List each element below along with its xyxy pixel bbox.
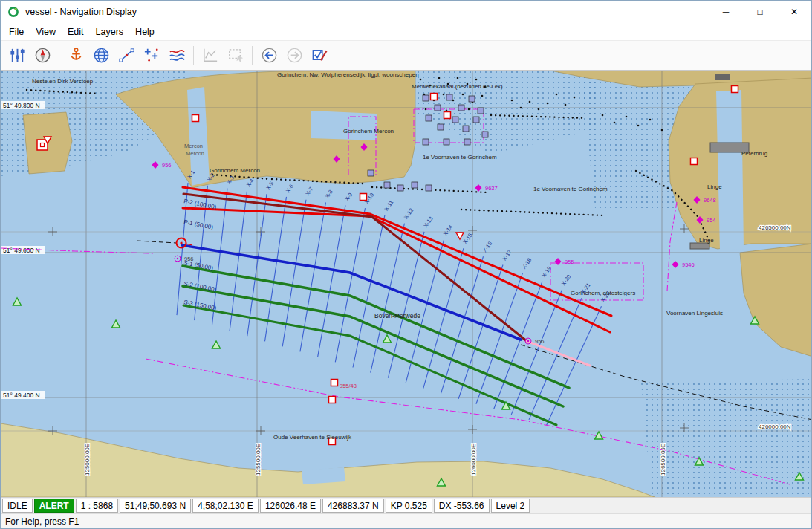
building-square bbox=[469, 96, 475, 102]
grid-easting-label: 125500.00E bbox=[255, 444, 262, 476]
status-mode: IDLE bbox=[2, 499, 33, 513]
building-square bbox=[426, 115, 432, 121]
building-square bbox=[384, 182, 390, 188]
menu-item-view[interactable]: View bbox=[30, 25, 62, 39]
menu-item-edit[interactable]: Edit bbox=[62, 25, 90, 39]
chart-view: 125000.00E125500.00E126000.00E126500.00E… bbox=[1, 71, 812, 497]
nav-forward-button[interactable] bbox=[282, 45, 307, 67]
building-square bbox=[412, 182, 418, 188]
chart-canvas[interactable]: 125000.00E125500.00E126000.00E126500.00E… bbox=[1, 71, 812, 497]
marker-magenta-diamond: 954 bbox=[697, 216, 716, 224]
marker-label: 956 bbox=[535, 338, 545, 345]
building-square bbox=[397, 185, 403, 191]
globe-icon bbox=[92, 46, 111, 65]
compass-icon bbox=[33, 46, 52, 65]
toolbar-separator bbox=[252, 46, 253, 65]
currents-icon bbox=[168, 46, 186, 65]
compass-button[interactable] bbox=[30, 45, 55, 67]
building-square bbox=[423, 95, 429, 101]
minimize-button[interactable]: ─ bbox=[709, 1, 743, 23]
nav-forward-icon bbox=[285, 46, 304, 65]
marker-label: 9648 bbox=[704, 197, 716, 204]
title-bar: vessel - Navigation Display ─ □ ✕ bbox=[1, 1, 811, 23]
map-label: Merwedekanaal (bezuiden de Lek) bbox=[412, 83, 503, 90]
close-button[interactable]: ✕ bbox=[777, 1, 811, 23]
globe-button[interactable] bbox=[88, 45, 114, 67]
status-northing: 426883.37 N bbox=[322, 499, 384, 513]
grid-latitude-label: 51° 49.600 N bbox=[3, 247, 40, 254]
currents-button[interactable] bbox=[164, 45, 189, 67]
display-settings-button[interactable] bbox=[4, 45, 30, 67]
verify-edit-button[interactable] bbox=[307, 45, 332, 67]
building-square bbox=[438, 124, 444, 130]
toolbar-separator bbox=[59, 46, 59, 65]
menu-bar: FileViewEditLayersHelp bbox=[1, 23, 811, 40]
grid-easting-label: 125000.00E bbox=[84, 444, 91, 476]
toolbar bbox=[1, 40, 811, 71]
nav-back-button[interactable] bbox=[256, 45, 282, 67]
window-title: vessel - Navigation Display bbox=[25, 7, 137, 17]
points-tool-button[interactable] bbox=[139, 45, 164, 67]
help-text: For Help, press F1 bbox=[5, 516, 79, 527]
marker-label: 955/48 bbox=[340, 383, 357, 389]
line-tool-icon bbox=[117, 46, 136, 65]
grid-easting-label: 126000.00E bbox=[470, 444, 477, 476]
building-square bbox=[478, 108, 484, 114]
maximize-button[interactable]: □ bbox=[743, 1, 777, 23]
building-square bbox=[482, 132, 488, 137]
building-square bbox=[463, 126, 469, 132]
status-kp: KP 0.525 bbox=[386, 499, 432, 513]
menu-item-help[interactable]: Help bbox=[129, 25, 160, 39]
area-select-icon bbox=[227, 46, 245, 65]
building-square bbox=[426, 185, 432, 191]
map-label: Gorinchem, Nw. Wolpherensedijk, ligpl. w… bbox=[277, 71, 419, 78]
map-label: 1e Voornaven te Gorinchem bbox=[423, 154, 497, 160]
area-select-button[interactable] bbox=[223, 45, 248, 67]
map-label: Linge bbox=[707, 184, 722, 190]
marker-red-square bbox=[431, 94, 438, 100]
grid-northing-label: 426500.00N bbox=[759, 224, 791, 231]
plumb-button[interactable] bbox=[63, 45, 88, 67]
marker-red-square bbox=[360, 194, 367, 201]
map-label: 1e Voornaven te Gorinchem bbox=[533, 186, 608, 192]
map-label: Boven-Merwede bbox=[374, 312, 420, 319]
marker-red-square bbox=[192, 115, 199, 122]
marker-magenta-diamond: 9637 bbox=[475, 184, 498, 192]
toolbar-separator bbox=[193, 46, 194, 65]
building-square bbox=[435, 105, 441, 111]
status-dx: DX -553.66 bbox=[434, 499, 490, 513]
verify-edit-icon bbox=[311, 46, 329, 65]
marker-red-square bbox=[732, 86, 738, 93]
profile-chart-icon bbox=[201, 46, 220, 65]
grid-easting-label: 126500.00E bbox=[660, 444, 666, 476]
map-label: Oude Veerhaven te Sleeuwijk bbox=[273, 434, 352, 441]
status-longitude: 4;58;02.130 E bbox=[192, 499, 259, 513]
building-square bbox=[452, 117, 458, 123]
map-label: Gorinchem Mercon bbox=[210, 167, 260, 174]
help-bar: For Help, press F1 bbox=[1, 513, 811, 528]
marker-red-square bbox=[691, 158, 698, 165]
marker-magenta-diamond: 955 bbox=[555, 258, 574, 265]
map-label: Neste en Dirk Verstoep bbox=[32, 78, 94, 85]
line-tool-button[interactable] bbox=[114, 45, 139, 67]
map-label: Mercon bbox=[184, 143, 203, 149]
map-label: Voornaven Lingesluis bbox=[666, 310, 723, 317]
points-tool-icon bbox=[143, 46, 161, 65]
plumb-icon bbox=[67, 46, 85, 65]
status-level: Level 2 bbox=[491, 499, 530, 513]
profile-chart-button[interactable] bbox=[198, 45, 223, 67]
grid-latitude-label: 51° 49.400 N bbox=[3, 392, 40, 399]
building-square bbox=[473, 117, 479, 123]
app-icon bbox=[7, 6, 19, 18]
map-label: Peterbrug bbox=[741, 150, 767, 157]
nav-back-icon bbox=[260, 46, 279, 65]
marker-label: 9546 bbox=[682, 262, 695, 268]
marker-magenta-diamond: 956 bbox=[152, 161, 172, 169]
grid-northing-label: 426000.00N bbox=[759, 423, 791, 430]
menu-item-layers[interactable]: Layers bbox=[90, 25, 130, 39]
moored-vessel bbox=[715, 74, 730, 80]
window-controls: ─ □ ✕ bbox=[709, 1, 811, 23]
building-square bbox=[458, 105, 464, 111]
menu-item-file[interactable]: File bbox=[3, 25, 30, 39]
status-latitude: 51;49;50.693 N bbox=[120, 499, 191, 513]
